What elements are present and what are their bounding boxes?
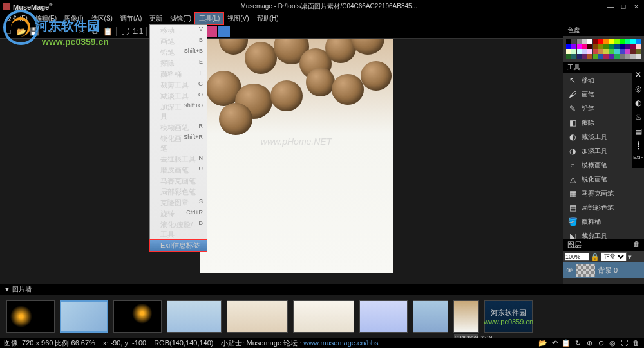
status-icon[interactable]: 🗑 bbox=[631, 339, 640, 347]
dropdown-item[interactable]: 克隆图章S bbox=[150, 197, 207, 208]
visibility-eye-icon[interactable]: 👁 bbox=[566, 266, 573, 274]
menu-item[interactable]: 选区(S) bbox=[88, 13, 117, 24]
status-icon[interactable]: 📋 bbox=[562, 339, 571, 347]
swatch[interactable] bbox=[582, 54, 587, 59]
zoom-fit-icon[interactable]: ⛶ bbox=[119, 26, 131, 37]
layers-trash-icon[interactable]: 🗑 bbox=[633, 240, 640, 250]
swatch[interactable] bbox=[620, 49, 625, 54]
dropdown-item[interactable]: 去红眼工具N bbox=[150, 154, 207, 165]
swatch[interactable] bbox=[636, 54, 641, 59]
opacity-input[interactable] bbox=[565, 253, 589, 261]
thumb[interactable] bbox=[227, 300, 288, 333]
swatch[interactable] bbox=[587, 44, 592, 49]
new-icon[interactable]: □ bbox=[3, 26, 14, 37]
filmstrip-header[interactable]: ▼ 图片墙 bbox=[0, 284, 644, 295]
swatch[interactable] bbox=[571, 44, 576, 49]
swatch[interactable] bbox=[603, 49, 609, 54]
status-icon[interactable]: 📂 bbox=[538, 339, 547, 347]
swatch[interactable] bbox=[603, 44, 609, 49]
swatch[interactable] bbox=[620, 39, 625, 44]
swatch[interactable] bbox=[630, 54, 636, 59]
thumb[interactable] bbox=[113, 300, 162, 333]
swatch[interactable] bbox=[609, 39, 614, 44]
swatch[interactable] bbox=[598, 44, 603, 49]
redo-icon[interactable]: ↷ bbox=[59, 26, 70, 37]
dropdown-item[interactable]: Exif信息标签 bbox=[150, 240, 207, 251]
thumb[interactable]: 河东软件园www.pc0359.cn bbox=[484, 300, 533, 333]
tool-row[interactable]: ▦马赛克画笔 bbox=[564, 187, 644, 201]
swatch[interactable] bbox=[636, 49, 641, 54]
swatch[interactable] bbox=[609, 44, 614, 49]
tool-row[interactable]: △锐化画笔 bbox=[564, 172, 644, 187]
lock-icon[interactable]: 🔒 bbox=[591, 253, 600, 261]
thumb[interactable]: C04C66AC2219 bbox=[453, 300, 479, 333]
swatch[interactable] bbox=[636, 44, 641, 49]
status-icon[interactable]: ⊕ bbox=[585, 339, 594, 347]
side-icon[interactable]: ◐ bbox=[633, 98, 643, 109]
dropdown-item[interactable]: 减淡工具O bbox=[150, 91, 207, 102]
canvas[interactable]: www.pHome.NET bbox=[200, 39, 393, 273]
zoom-100-icon[interactable]: 1:1 bbox=[132, 26, 144, 37]
menu-item[interactable]: 视图(V) bbox=[223, 13, 252, 24]
status-link[interactable]: www.musemage.cn/bbs bbox=[303, 339, 378, 347]
menu-item[interactable]: 工具(L) bbox=[195, 13, 223, 24]
thumb[interactable] bbox=[6, 300, 55, 333]
status-icon[interactable]: ↻ bbox=[573, 339, 582, 347]
side-icon[interactable]: EXIF bbox=[633, 155, 643, 165]
dropdown-item[interactable]: 马赛克画笔 bbox=[150, 176, 207, 187]
save-icon[interactable]: 💾 bbox=[28, 26, 40, 37]
side-icon[interactable]: ▤ bbox=[633, 127, 643, 137]
swatch[interactable] bbox=[566, 44, 571, 49]
swatch[interactable] bbox=[593, 49, 598, 54]
swatch[interactable] bbox=[593, 44, 598, 49]
swatch[interactable] bbox=[625, 54, 630, 59]
menu-item[interactable]: 文件(F) bbox=[3, 13, 32, 24]
dropdown-item[interactable]: 画笔B bbox=[150, 36, 207, 47]
canvas-area[interactable]: www.pHome.NET bbox=[0, 39, 644, 284]
swatch[interactable] bbox=[593, 54, 598, 59]
minimize-button[interactable]: — bbox=[605, 3, 616, 10]
dropdown-item[interactable]: 液化/瘦脸/工具D bbox=[150, 219, 207, 240]
dropdown-item[interactable]: 旋转Ctrl+R bbox=[150, 208, 207, 219]
swatch[interactable] bbox=[625, 39, 630, 44]
undo-icon[interactable]: ↶ bbox=[46, 26, 57, 37]
status-icon[interactable]: ⛶ bbox=[620, 339, 629, 347]
swatch[interactable] bbox=[582, 44, 587, 49]
thumb[interactable] bbox=[413, 300, 448, 333]
swatch[interactable] bbox=[577, 44, 582, 49]
close-button[interactable]: × bbox=[631, 3, 641, 10]
copy-icon[interactable]: ⧉ bbox=[89, 26, 100, 37]
swatch[interactable] bbox=[566, 54, 571, 59]
dropdown-item[interactable]: 裁剪工具G bbox=[150, 80, 207, 91]
swatch[interactable] bbox=[566, 39, 571, 44]
dropdown-item[interactable]: 模糊画笔R bbox=[150, 122, 207, 133]
thumb[interactable] bbox=[167, 300, 222, 333]
swatch[interactable] bbox=[625, 49, 630, 54]
dropdown-item[interactable]: 颜料桶F bbox=[150, 69, 207, 80]
status-icon[interactable]: ↶ bbox=[550, 339, 559, 347]
swatch[interactable] bbox=[587, 54, 592, 59]
paste-icon[interactable]: 📋 bbox=[102, 26, 113, 37]
dropdown-item[interactable]: 局部彩色笔 bbox=[150, 187, 207, 197]
thumb[interactable] bbox=[60, 300, 108, 333]
swatch[interactable] bbox=[609, 54, 614, 59]
thumb[interactable] bbox=[359, 300, 408, 333]
dropdown-item[interactable]: 擦除E bbox=[150, 58, 207, 69]
tool-row[interactable]: 🪣颜料桶 bbox=[564, 215, 644, 229]
swatch[interactable] bbox=[636, 39, 641, 44]
swatch[interactable] bbox=[630, 44, 636, 49]
side-icon[interactable]: ◎ bbox=[633, 84, 643, 95]
menu-item[interactable]: 调节(A) bbox=[117, 13, 146, 24]
swatch[interactable] bbox=[603, 39, 609, 44]
status-icon[interactable]: ◎ bbox=[608, 339, 617, 347]
swatch[interactable] bbox=[566, 49, 571, 54]
layer-row[interactable]: 👁 背景 0 bbox=[564, 262, 644, 278]
swatch[interactable] bbox=[571, 49, 576, 54]
swatch[interactable] bbox=[577, 49, 582, 54]
dropdown-item[interactable]: 移动V bbox=[150, 25, 207, 36]
status-icon[interactable]: ⊖ bbox=[596, 339, 605, 347]
swatch[interactable] bbox=[593, 39, 598, 44]
swatch[interactable] bbox=[598, 39, 603, 44]
open-icon[interactable]: 📂 bbox=[15, 26, 27, 37]
swatch[interactable] bbox=[625, 44, 630, 49]
